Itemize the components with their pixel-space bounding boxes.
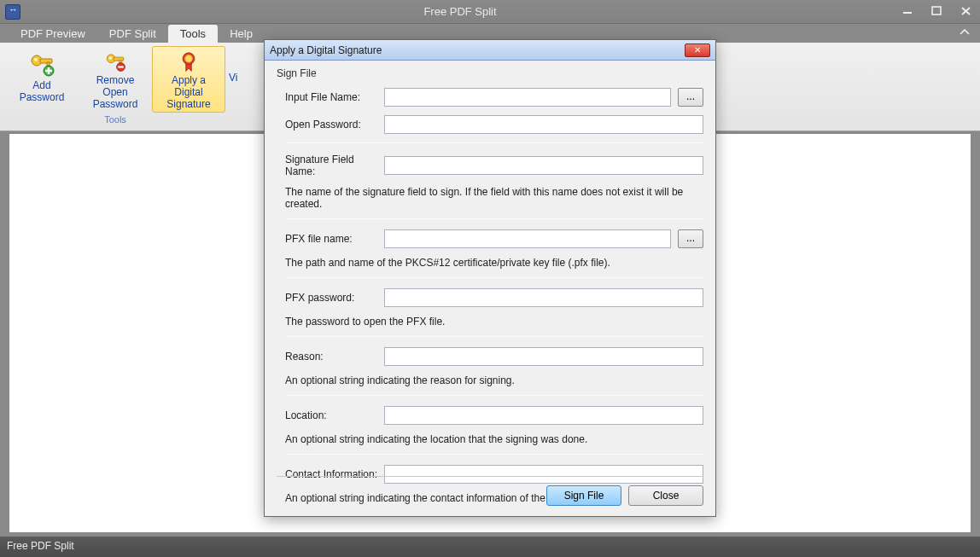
- dialog-group-label: Sign File: [277, 67, 703, 79]
- sign-file-button[interactable]: Sign File: [546, 485, 621, 506]
- input-file-browse-button[interactable]: ...: [678, 88, 703, 107]
- maximize-button[interactable]: [929, 6, 946, 18]
- svg-rect-1: [932, 7, 941, 15]
- minimize-button[interactable]: [900, 6, 917, 18]
- location-label: Location:: [285, 409, 384, 421]
- pfx-file-hint: The path and name of the PKCS#12 certifi…: [285, 257, 703, 269]
- svg-rect-7: [47, 62, 50, 66]
- svg-rect-0: [903, 12, 912, 14]
- svg-rect-13: [114, 57, 123, 61]
- svg-rect-10: [45, 70, 52, 73]
- pfx-password-hint: The password to open the PFX file.: [285, 316, 703, 328]
- input-file-label: Input File Name:: [285, 91, 384, 103]
- app-icon: [5, 4, 20, 20]
- dialog-title-bar[interactable]: Apply a Digital Signature ✕: [265, 40, 715, 61]
- digital-signature-dialog: Apply a Digital Signature ✕ Sign File In…: [264, 39, 716, 517]
- close-button[interactable]: Close: [628, 485, 703, 506]
- svg-rect-16: [118, 66, 124, 67]
- title-bar: Free PDF Split: [0, 0, 980, 24]
- key-remove-icon: [102, 50, 129, 73]
- key-add-icon: [28, 50, 55, 78]
- svg-rect-6: [40, 59, 52, 63]
- rosette-icon: [175, 50, 202, 73]
- ribbon-group-label: Tools: [104, 114, 126, 125]
- svg-point-12: [109, 56, 112, 59]
- reason-hint: An optional string indicating the reason…: [285, 374, 703, 386]
- pfx-file-field[interactable]: [384, 229, 671, 248]
- app-title: Free PDF Split: [20, 5, 900, 18]
- ribbon-label: Add: [32, 79, 50, 91]
- add-password-button[interactable]: Add Password: [5, 46, 79, 113]
- ribbon-label: Signature: [166, 98, 210, 110]
- reason-label: Reason:: [285, 351, 384, 363]
- dialog-close-button[interactable]: ✕: [685, 44, 710, 57]
- dialog-title: Apply a Digital Signature: [270, 44, 382, 56]
- ribbon-group-tools: Add Password Remove Open: [5, 46, 225, 128]
- tab-pdf-split[interactable]: PDF Split: [97, 25, 168, 43]
- open-password-field[interactable]: [384, 115, 703, 134]
- pfx-file-browse-button[interactable]: ...: [678, 229, 703, 248]
- ribbon-label: Password: [93, 98, 138, 110]
- pfx-file-label: PFX file name:: [285, 233, 384, 245]
- open-password-label: Open Password:: [285, 119, 384, 131]
- ribbon-collapse-icon[interactable]: [960, 27, 970, 38]
- signature-field-name-field[interactable]: [384, 156, 703, 175]
- tab-tools[interactable]: Tools: [168, 25, 218, 43]
- remove-open-password-button[interactable]: Remove Open Password: [79, 46, 152, 113]
- pfx-password-label: PFX password:: [285, 292, 384, 304]
- tab-pdf-preview[interactable]: PDF Preview: [9, 25, 97, 43]
- tab-help[interactable]: Help: [218, 25, 265, 43]
- svg-point-19: [185, 55, 193, 62]
- signature-field-hint: The name of the signature field to sign.…: [285, 186, 703, 210]
- status-text: Free PDF Split: [7, 540, 74, 552]
- location-field[interactable]: [384, 406, 703, 425]
- svg-rect-14: [120, 60, 121, 62]
- signature-field-name-label: Signature Field Name:: [285, 154, 384, 177]
- location-hint: An optional string indicating the locati…: [285, 433, 703, 445]
- svg-point-5: [34, 58, 38, 61]
- apply-digital-signature-button[interactable]: Apply a Digital Signature: [152, 46, 225, 113]
- input-file-field[interactable]: [384, 88, 671, 107]
- close-button[interactable]: [958, 6, 975, 18]
- pfx-password-field[interactable]: [384, 288, 703, 307]
- ribbon-label: Password: [20, 91, 65, 103]
- reason-field[interactable]: [384, 347, 703, 366]
- ribbon-label: Apply a Digital: [172, 74, 206, 98]
- status-bar: Free PDF Split: [0, 537, 980, 557]
- ribbon-hidden-button-partial[interactable]: Vi: [225, 46, 241, 84]
- ribbon-label: Remove Open: [96, 74, 135, 98]
